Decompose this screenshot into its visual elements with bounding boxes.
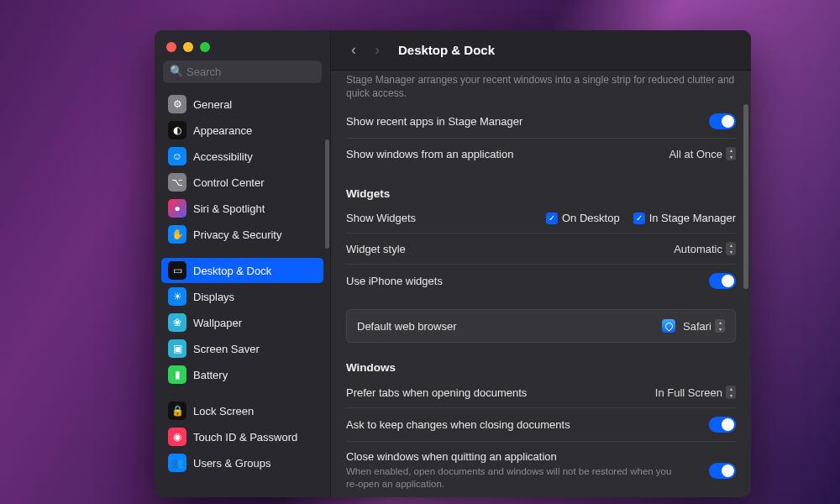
close-windows-quit-description: When enabled, open documents and windows… [346,465,682,491]
show-windows-from-app-select[interactable]: All at Once ▴▾ [669,147,736,160]
default-browser-select[interactable]: Safari ▴▾ [662,319,725,333]
titlebar: ‹ › Desktop & Dock [331,30,751,71]
sidebar-item-users-groups[interactable]: 👥Users & Groups [161,450,323,475]
stepper-icon: ▴▾ [726,386,736,399]
on-desktop-checkbox[interactable]: ✓ [546,213,558,224]
stage-manager-description: Stage Manager arranges your recent windo… [346,71,736,105]
sidebar-item-label: General [193,98,232,111]
control-center-icon: ⌥ [168,173,186,192]
sidebar-item-label: Wallpaper [193,317,242,329]
stepper-icon: ▴▾ [726,147,736,160]
sidebar-item-label: Displays [193,291,234,303]
sidebar-item-label: Siri & Spotlight [193,202,265,215]
stepper-icon: ▴▾ [726,242,736,255]
sidebar-item-label: Control Center [193,176,265,189]
sidebar-list: ⚙General◐Appearance☺Accessibility⌥Contro… [155,92,330,497]
general-icon: ⚙ [168,95,186,113]
sidebar-item-label: Privacy & Security [193,228,281,241]
accessibility-icon: ☺ [168,147,186,165]
desktop-dock-icon: ▭ [168,261,186,280]
minimize-button[interactable] [183,42,193,52]
prefer-tabs-select[interactable]: In Full Screen ▴▾ [655,386,736,399]
nav-forward-button[interactable]: › [370,41,385,59]
safari-icon [662,319,675,333]
ask-keep-changes-toggle[interactable] [709,417,736,433]
sidebar-item-label: Appearance [193,124,252,137]
sidebar: 🔍 ⚙General◐Appearance☺Accessibility⌥Cont… [155,30,331,497]
sidebar-item-displays[interactable]: ☀Displays [161,284,323,309]
sidebar-item-touch-id[interactable]: ◉Touch ID & Password [161,424,323,449]
screen-saver-icon: ▣ [168,339,186,358]
in-stage-manager-checkbox[interactable]: ✓ [633,213,645,224]
sidebar-item-desktop-dock[interactable]: ▭Desktop & Dock [161,258,323,283]
search-input[interactable] [163,60,322,83]
search-icon: 🔍 [170,65,183,77]
sidebar-item-accessibility[interactable]: ☺Accessibility [161,144,323,169]
lock-screen-icon: 🔒 [168,402,186,420]
sidebar-item-label: Touch ID & Password [193,431,297,444]
touch-id-icon: ◉ [168,428,186,446]
close-button[interactable] [166,42,176,52]
widgets-heading: Widgets [346,169,736,203]
close-windows-quit-toggle[interactable] [709,463,736,479]
sidebar-item-screen-saver[interactable]: ▣Screen Saver [161,336,323,361]
displays-icon: ☀ [168,287,186,306]
sidebar-item-label: Lock Screen [193,405,254,417]
content-scrollbar[interactable] [743,104,748,289]
nav-back-button[interactable]: ‹ [346,41,361,59]
sidebar-item-privacy-security[interactable]: ✋Privacy & Security [161,222,323,247]
show-windows-from-app-label: Show windows from an application [346,148,513,160]
ask-keep-changes-label: Ask to keep changes when closing documen… [346,418,570,431]
show-recent-apps-toggle[interactable] [709,113,736,129]
default-browser-label: Default web browser [357,320,457,333]
in-stage-manager-label: In Stage Manager [649,212,736,224]
close-windows-quit-label: Close windows when quitting an applicati… [346,450,699,463]
battery-icon: ▮ [168,365,186,384]
sidebar-item-label: Accessibility [193,150,253,163]
siri-spotlight-icon: ● [168,199,186,218]
wallpaper-icon: ❀ [168,313,186,332]
system-settings-window: 🔍 ⚙General◐Appearance☺Accessibility⌥Cont… [155,30,751,497]
windows-heading: Windows [346,343,736,377]
sidebar-item-label: Desktop & Dock [193,265,271,277]
sidebar-item-label: Battery [193,369,228,381]
appearance-icon: ◐ [168,121,186,139]
window-controls [155,30,330,60]
stepper-icon: ▴▾ [715,319,725,333]
sidebar-item-label: Users & Groups [193,457,270,470]
sidebar-item-general[interactable]: ⚙General [161,92,323,117]
sidebar-scrollbar[interactable] [325,139,329,249]
main-panel: ‹ › Desktop & Dock Stage Manager arrange… [331,30,751,497]
sidebar-item-battery[interactable]: ▮Battery [161,362,323,387]
widget-style-select[interactable]: Automatic ▴▾ [674,242,736,255]
privacy-security-icon: ✋ [168,225,186,244]
use-iphone-widgets-label: Use iPhone widgets [346,275,443,287]
use-iphone-widgets-toggle[interactable] [709,273,736,289]
show-widgets-label: Show Widgets [346,212,416,224]
widget-style-label: Widget style [346,243,406,255]
prefer-tabs-label: Prefer tabs when opening documents [346,386,527,399]
sidebar-item-lock-screen[interactable]: 🔒Lock Screen [161,398,323,423]
page-title: Desktop & Dock [398,43,495,57]
sidebar-item-label: Screen Saver [193,343,260,355]
sidebar-item-siri-spotlight[interactable]: ●Siri & Spotlight [161,196,323,221]
content-area: Stage Manager arranges your recent windo… [331,71,751,497]
fullscreen-button[interactable] [200,42,210,52]
on-desktop-label: On Desktop [562,212,620,224]
sidebar-item-control-center[interactable]: ⌥Control Center [161,170,323,195]
sidebar-item-appearance[interactable]: ◐Appearance [161,118,323,143]
users-groups-icon: 👥 [168,454,186,472]
sidebar-item-wallpaper[interactable]: ❀Wallpaper [161,310,323,335]
show-recent-apps-label: Show recent apps in Stage Manager [346,115,522,128]
